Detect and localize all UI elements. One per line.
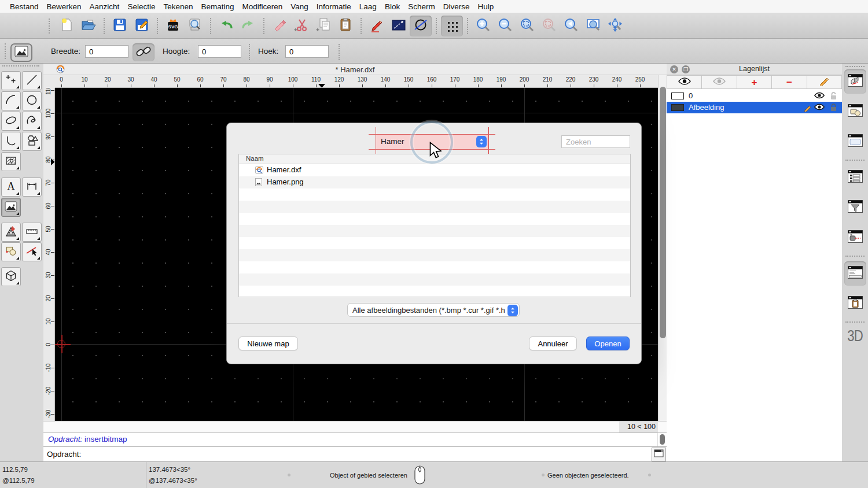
strip-drag-handle[interactable] (845, 66, 865, 67)
layer-name[interactable]: Afbeelding (689, 103, 724, 112)
paste-button[interactable] (334, 16, 356, 36)
layer-color-swatch[interactable] (671, 104, 684, 111)
file-row-dxf[interactable]: Hamer.dxf (239, 164, 630, 176)
selection-display-button[interactable] (388, 16, 410, 36)
zoom-selection-button[interactable] (538, 16, 560, 36)
menu-item[interactable]: Bewerken (43, 2, 86, 11)
layer-color-swatch[interactable] (671, 93, 684, 99)
cancel-button[interactable]: Annuleer (529, 337, 577, 350)
ellipse-tool-button[interactable] (1, 112, 21, 131)
3d-box-tool-button[interactable] (1, 267, 21, 286)
search-input[interactable] (561, 135, 630, 148)
menu-item[interactable]: Scherm (404, 2, 439, 11)
grid-toggle-button[interactable] (441, 16, 463, 36)
layer-list-panel-button[interactable] (844, 69, 866, 94)
add-layer-button[interactable]: + (737, 75, 772, 89)
menu-item[interactable]: Modificeren (238, 2, 287, 11)
delete-button[interactable] (269, 16, 290, 36)
edit-pencil-button[interactable] (366, 16, 388, 36)
selection-filter-panel-button[interactable] (844, 195, 866, 220)
layer-edit-pencil-icon[interactable] (804, 103, 812, 113)
draft-mode-button[interactable] (410, 16, 432, 36)
toolbar-drag-handle[interactable] (49, 19, 51, 34)
layer-visible-eye-icon[interactable] (814, 103, 825, 112)
link-dimensions-button[interactable] (133, 43, 155, 61)
file-row-png[interactable]: Hamer.png (239, 176, 630, 188)
angle-input[interactable] (285, 45, 329, 58)
clipboard-panel-button[interactable] (844, 291, 866, 316)
copy-button[interactable] (312, 16, 334, 36)
polyline-tool-button[interactable] (1, 132, 21, 151)
layer-visible-eye-icon[interactable] (814, 92, 825, 101)
zoom-pan-button[interactable] (604, 16, 626, 36)
pen-toolbar-panel-button[interactable] (844, 225, 866, 250)
circle-tool-button[interactable] (22, 91, 42, 110)
hide-all-layers-button[interactable] (702, 75, 737, 89)
arc-tool-button[interactable] (1, 91, 21, 110)
menu-item[interactable]: Hulp (473, 2, 498, 11)
menu-item[interactable]: Diverse (439, 2, 474, 11)
height-input[interactable] (198, 45, 241, 58)
open-file-button[interactable] (78, 16, 100, 36)
menu-item[interactable]: Tekenen (159, 2, 197, 11)
save-as-button[interactable] (131, 16, 153, 36)
toolbar-drag-handle[interactable] (5, 43, 6, 59)
zoom-window-button[interactable] (582, 16, 604, 36)
modify-tool-button[interactable] (1, 242, 21, 261)
command-line-panel-button[interactable] (844, 261, 866, 286)
scrollbar-thumb[interactable] (660, 87, 666, 338)
print-preview-button[interactable] (184, 16, 206, 36)
3d-panel-button[interactable]: 3D (844, 327, 866, 345)
dimension-tool-button[interactable] (22, 178, 42, 197)
remove-layer-button[interactable]: − (772, 75, 807, 89)
scrollbar-thumb[interactable] (660, 434, 665, 445)
show-all-layers-button[interactable] (667, 75, 702, 89)
undo-button[interactable] (215, 16, 237, 36)
open-button[interactable]: Openen (586, 337, 630, 350)
zoom-in-button[interactable] (472, 16, 494, 36)
zoom-previous-button[interactable] (560, 16, 582, 36)
image-tool-palette-button[interactable] (1, 198, 21, 217)
layer-row-afbeelding[interactable]: Afbeelding (667, 102, 842, 113)
width-input[interactable] (85, 45, 128, 58)
property-editor-panel-button[interactable] (844, 165, 866, 190)
chevron-up-down-icon[interactable] (476, 136, 487, 147)
toggle-history-button[interactable] (652, 448, 666, 461)
image-tool-button[interactable] (10, 43, 32, 62)
layer-locked-icon[interactable] (830, 103, 837, 113)
menu-item[interactable]: Aanzicht (86, 2, 124, 11)
save-button[interactable] (109, 16, 131, 36)
block-list-panel-button[interactable] (844, 99, 866, 124)
spline-tool-button[interactable] (22, 112, 42, 131)
zoom-out-button[interactable] (494, 16, 516, 36)
layer-unlocked-icon[interactable] (830, 92, 837, 102)
command-input[interactable] (85, 448, 649, 460)
new-file-button[interactable] (56, 16, 78, 36)
drafting-tools-button[interactable] (1, 223, 21, 242)
line-tool-button[interactable] (22, 71, 42, 90)
vertical-scrollbar[interactable] (658, 75, 667, 421)
new-folder-button[interactable]: Nieuwe map (238, 337, 298, 350)
select-tool-button[interactable] (22, 242, 42, 261)
chevron-up-down-icon[interactable] (507, 305, 518, 316)
cut-button[interactable] (290, 16, 312, 36)
menu-item[interactable]: Informatie (312, 2, 355, 11)
history-scrollbar[interactable] (657, 433, 667, 447)
point-tool-button[interactable] (1, 71, 21, 90)
layer-row-0[interactable]: 0 (667, 90, 842, 102)
zoom-auto-button[interactable] (516, 16, 538, 36)
menu-item[interactable]: Vang (286, 2, 312, 11)
layer-name[interactable]: 0 (689, 91, 693, 100)
menu-item[interactable]: Selectie (123, 2, 159, 11)
ruler-tool-button[interactable] (22, 223, 42, 242)
shapes-tool-button[interactable] (22, 132, 42, 151)
library-browser-panel-button[interactable] (844, 130, 866, 154)
redo-button[interactable] (237, 16, 259, 36)
text-tool-button[interactable]: A (1, 178, 21, 197)
svg-export-button[interactable]: SVG (162, 16, 184, 36)
file-type-filter-dropdown[interactable]: Alle afbeeldingbestanden (*.bmp *.cur *.… (347, 303, 520, 317)
menu-item[interactable]: Bestand (6, 2, 43, 11)
menu-item[interactable]: Bemating (197, 2, 238, 11)
palette-drag-handle[interactable] (2, 65, 39, 66)
menu-item[interactable]: Blok (381, 2, 404, 11)
